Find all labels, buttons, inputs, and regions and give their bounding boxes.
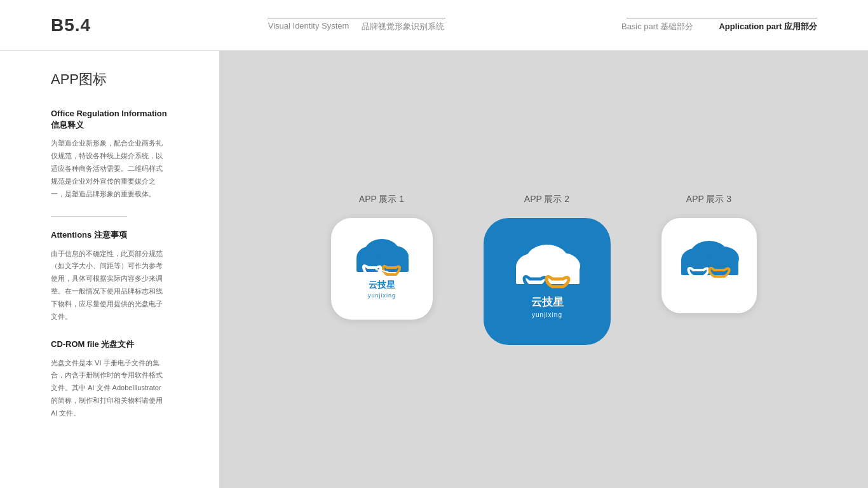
svg-text:yunjixing: yunjixing	[532, 311, 562, 318]
app-icon-3	[661, 218, 757, 313]
header-center: Visual Identity System 品牌视觉形象识别系统	[268, 18, 445, 32]
svg-text:云技星: 云技星	[531, 296, 563, 308]
right-panel: APP 展示 1	[219, 51, 868, 488]
header-center-labels: Visual Identity System 品牌视觉形象识别系统	[268, 21, 445, 32]
app-item-2: APP 展示 2	[484, 194, 611, 345]
section1-heading: Office Regulation Information 信息释义	[51, 108, 168, 131]
section-info: Office Regulation Information 信息释义 为塑造企业…	[51, 108, 168, 200]
svg-text:云技星: 云技星	[369, 280, 395, 290]
app-logo-svg-3	[671, 234, 747, 297]
header-nav: Basic part 基础部分 Application part 应用部分	[621, 21, 817, 32]
app-item-1: APP 展示 1	[331, 194, 433, 320]
header-center-line	[268, 18, 445, 18]
center-label-zh: 品牌视觉形象识别系统	[362, 21, 444, 32]
app-icon-1: 云技星 yunjixing	[331, 218, 433, 320]
section-cdrom: CD-ROM file 光盘文件 光盘文件是本 VI 手册电子文件的集合，内含手…	[51, 339, 168, 419]
divider	[51, 216, 127, 217]
section3-body: 光盘文件是本 VI 手册电子文件的集合，内含手册制作时的专用软件格式文件。其中 …	[51, 357, 168, 420]
header-right-wrapper: Basic part 基础部分 Application part 应用部分	[621, 18, 817, 32]
app-label-3: APP 展示 3	[686, 194, 731, 205]
app-logo-svg-2: 云技星 yunjixing	[496, 231, 598, 332]
page-code: B5.4	[51, 15, 91, 36]
section-attentions: Attentions 注意事项 由于信息的不确定性，此页部分规范（如文字大小、间…	[51, 229, 168, 323]
section2-heading: Attentions 注意事项	[51, 229, 168, 241]
section2-body: 由于信息的不确定性，此页部分规范（如文字大小、间距等）可作为参考使用，具体可根据…	[51, 248, 168, 323]
nav-application: Application part 应用部分	[719, 21, 817, 32]
header: B5.4 Visual Identity System 品牌视觉形象识别系统 B…	[0, 0, 868, 51]
main-content: APP图标 Office Regulation Information 信息释义…	[0, 51, 868, 488]
center-label-en: Visual Identity System	[268, 21, 349, 32]
app-showcase: APP 展示 1	[331, 194, 757, 345]
nav-basic: Basic part 基础部分	[621, 21, 693, 32]
header-right-line	[627, 18, 817, 18]
app-label-1: APP 展示 1	[359, 194, 404, 205]
section3-heading: CD-ROM file 光盘文件	[51, 339, 168, 350]
app-label-2: APP 展示 2	[524, 194, 569, 205]
svg-text:yunjixing: yunjixing	[367, 292, 395, 299]
app-item-3: APP 展示 3	[661, 194, 757, 313]
app-logo-svg-1: 云技星 yunjixing	[341, 227, 423, 310]
left-panel: APP图标 Office Regulation Information 信息释义…	[0, 51, 219, 488]
section1-body: 为塑造企业新形象，配合企业商务礼仪规范，特设各种线上媒介系统，以适应各种商务活动…	[51, 137, 168, 200]
app-icon-2: 云技星 yunjixing	[484, 218, 611, 345]
page-title: APP图标	[51, 70, 168, 89]
